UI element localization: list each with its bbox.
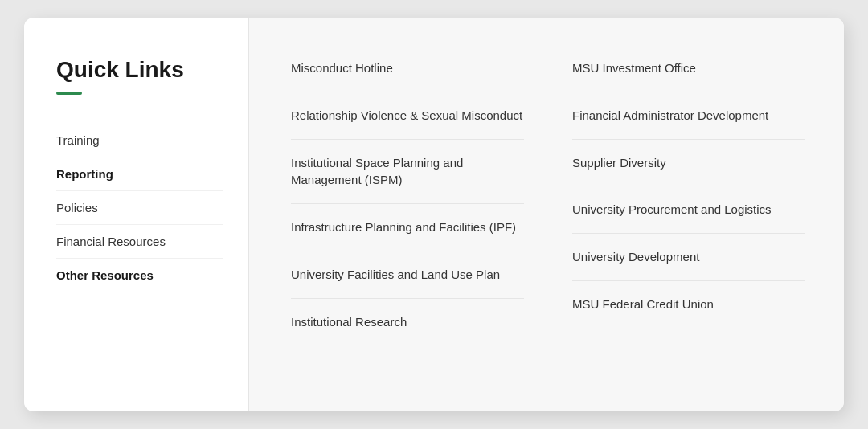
- list-item[interactable]: Misconduct Hotline: [291, 59, 524, 92]
- sidebar: Quick Links Training Reporting Policies …: [24, 18, 249, 411]
- sidebar-item-reporting[interactable]: Reporting: [56, 157, 223, 191]
- quick-links-card: Quick Links Training Reporting Policies …: [24, 18, 844, 411]
- sidebar-item-training[interactable]: Training: [56, 124, 223, 157]
- sidebar-item-other-resources[interactable]: Other Resources: [56, 259, 223, 292]
- list-item[interactable]: University Facilities and Land Use Plan: [291, 251, 524, 299]
- list-item[interactable]: Institutional Space Planning and Managem…: [291, 140, 524, 205]
- list-item[interactable]: Relationship Violence & Sexual Misconduc…: [291, 92, 524, 140]
- links-column-right: MSU Investment Office Financial Administ…: [572, 59, 805, 370]
- list-item[interactable]: Supplier Diversity: [572, 140, 805, 187]
- list-item[interactable]: MSU Investment Office: [572, 59, 805, 92]
- list-item[interactable]: Financial Administrator Development: [572, 92, 805, 140]
- links-column-left: Misconduct Hotline Relationship Violence…: [291, 59, 524, 370]
- list-item[interactable]: Infrastructure Planning and Facilities (…: [291, 204, 524, 251]
- main-content: Misconduct Hotline Relationship Violence…: [249, 18, 844, 411]
- list-item[interactable]: MSU Federal Credit Union: [572, 281, 805, 328]
- sidebar-item-financial-resources[interactable]: Financial Resources: [56, 225, 223, 259]
- sidebar-accent-bar: [56, 92, 82, 95]
- sidebar-nav: Training Reporting Policies Financial Re…: [56, 124, 223, 292]
- list-item[interactable]: University Procurement and Logistics: [572, 186, 805, 234]
- list-item[interactable]: Institutional Research: [291, 299, 524, 345]
- sidebar-item-policies[interactable]: Policies: [56, 191, 223, 225]
- sidebar-title: Quick Links: [56, 56, 223, 84]
- list-item[interactable]: University Development: [572, 234, 805, 281]
